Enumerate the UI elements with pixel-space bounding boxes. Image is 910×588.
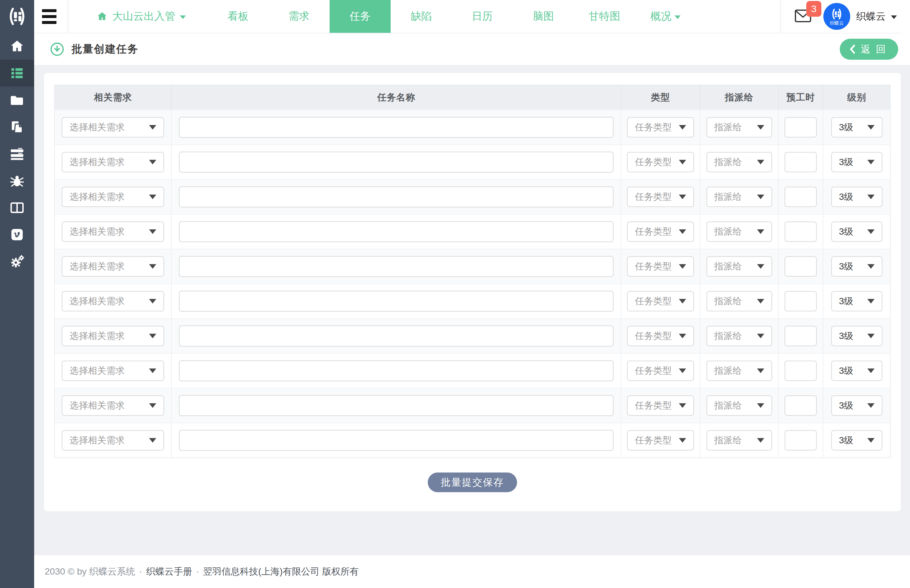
requirement-select[interactable]: 选择相关需求 [62,291,164,312]
tab-gantt[interactable]: 甘特图 [574,0,635,33]
level-select[interactable]: 3级 [831,430,882,451]
task-type-select[interactable]: 任务类型 [627,187,694,207]
sidebar-item-resources[interactable] [0,141,34,167]
chevron-down-icon [149,160,156,165]
requirement-select[interactable]: 选择相关需求 [62,117,164,137]
sidebar-item-documents[interactable] [0,113,34,141]
assignee-select[interactable]: 指派给 [706,152,772,172]
chevron-down-icon [867,438,874,443]
assignee-select[interactable]: 指派给 [706,187,772,207]
assignee-select[interactable]: 指派给 [706,326,772,346]
assignee-select[interactable]: 指派给 [706,256,772,276]
level-select[interactable]: 3级 [831,256,882,276]
task-type-select[interactable]: 任务类型 [627,117,694,137]
app-logo[interactable] [0,0,34,33]
menu-toggle-button[interactable] [42,9,58,24]
task-name-input[interactable] [179,395,614,416]
level-select[interactable]: 3级 [831,152,882,172]
tab-kanban[interactable]: 看板 [207,0,269,33]
assignee-select[interactable]: 指派给 [706,396,772,416]
sidebar-item-kanban[interactable] [0,194,34,221]
task-type-select[interactable]: 任务类型 [627,430,694,451]
task-name-input[interactable] [179,221,614,242]
estimated-hours-input[interactable] [785,396,817,416]
task-type-select[interactable]: 任务类型 [627,396,694,416]
top-nav: 大山云出入管 看板 需求 任务 缺陷 日历 脑图 甘特图 概况 3 [34,0,910,33]
task-type-select-value: 任务类型 [635,295,672,307]
back-button[interactable]: 返 回 [840,39,898,60]
task-name-input[interactable] [179,291,614,312]
task-type-select[interactable]: 任务类型 [627,256,694,276]
sidebar-item-settings[interactable] [0,248,34,275]
estimated-hours-input[interactable] [785,430,817,451]
requirement-select[interactable]: 选择相关需求 [62,326,164,346]
task-name-input[interactable] [179,360,614,381]
level-select-value: 3级 [839,434,853,447]
nav-right: 3 织蝶云 织蝶云 [780,0,910,33]
estimated-hours-input[interactable] [785,187,817,207]
task-type-select[interactable]: 任务类型 [627,221,694,242]
level-select[interactable]: 3级 [831,291,882,312]
manual-link[interactable]: 织蝶云手册 [146,565,192,578]
estimated-hours-input[interactable] [785,326,817,346]
assignee-select[interactable]: 指派给 [706,430,772,451]
avatar[interactable]: 织蝶云 [823,3,850,30]
sidebar-item-projects[interactable] [0,87,34,113]
sidebar-item-videos[interactable] [0,221,34,248]
task-type-select[interactable]: 任务类型 [627,291,694,312]
task-name-input[interactable] [179,152,614,173]
requirement-select[interactable]: 选择相关需求 [62,396,164,416]
sidebar-item-home[interactable] [0,33,34,60]
sidebar-item-bugs[interactable] [0,167,34,194]
task-name-input[interactable] [179,186,614,207]
tab-bugs[interactable]: 缺陷 [391,0,452,33]
project-selector[interactable]: 大山云出入管 [97,9,186,24]
level-select-value: 3级 [839,330,853,342]
level-select[interactable]: 3级 [831,187,882,207]
bug-icon [10,173,24,188]
assignee-select[interactable]: 指派给 [706,291,772,312]
level-select[interactable]: 3级 [831,221,882,242]
requirement-select[interactable]: 选择相关需求 [62,256,164,276]
folder-icon [10,92,24,108]
level-select[interactable]: 3级 [831,360,882,381]
requirement-select[interactable]: 选择相关需求 [62,152,164,172]
task-type-select[interactable]: 任务类型 [627,152,694,172]
task-name-input[interactable] [179,430,614,451]
task-type-select-value: 任务类型 [635,225,672,238]
estimated-hours-input[interactable] [785,152,817,172]
estimated-hours-input[interactable] [785,256,817,276]
estimated-hours-input[interactable] [785,360,817,381]
tab-requirements[interactable]: 需求 [269,0,330,33]
requirement-select[interactable]: 选择相关需求 [62,187,164,207]
requirement-select[interactable]: 选择相关需求 [62,221,164,242]
level-select[interactable]: 3级 [831,326,882,346]
task-name-input[interactable] [179,256,614,277]
estimated-hours-input[interactable] [785,117,817,137]
sidebar-item-tasks[interactable] [0,60,34,87]
tab-calendar[interactable]: 日历 [452,0,513,33]
tab-mindmap[interactable]: 脑图 [513,0,574,33]
tab-overview[interactable]: 概况 [635,0,696,33]
level-select[interactable]: 3级 [831,396,882,416]
tab-tasks[interactable]: 任务 [330,0,391,33]
task-name-input[interactable] [179,325,614,347]
batch-submit-button[interactable]: 批量提交保存 [428,473,517,492]
task-type-select[interactable]: 任务类型 [627,360,694,381]
assignee-select[interactable]: 指派给 [706,221,772,242]
col-header-level: 级别 [823,85,890,110]
user-menu[interactable]: 织蝶云 [856,10,897,23]
table-row: 选择相关需求 任务类型 指派给 3级 [55,179,890,214]
estimated-hours-input[interactable] [785,221,817,242]
estimated-hours-input[interactable] [785,291,817,312]
task-type-select[interactable]: 任务类型 [627,326,694,346]
task-name-input[interactable] [179,117,614,138]
assignee-select[interactable]: 指派给 [706,117,772,137]
assignee-select-value: 指派给 [714,191,742,203]
notifications-button[interactable]: 3 [795,9,811,24]
assignee-select[interactable]: 指派给 [706,360,772,381]
requirement-select-value: 选择相关需求 [70,260,125,273]
level-select[interactable]: 3级 [831,117,882,137]
requirement-select[interactable]: 选择相关需求 [62,430,164,451]
requirement-select[interactable]: 选择相关需求 [62,360,164,381]
